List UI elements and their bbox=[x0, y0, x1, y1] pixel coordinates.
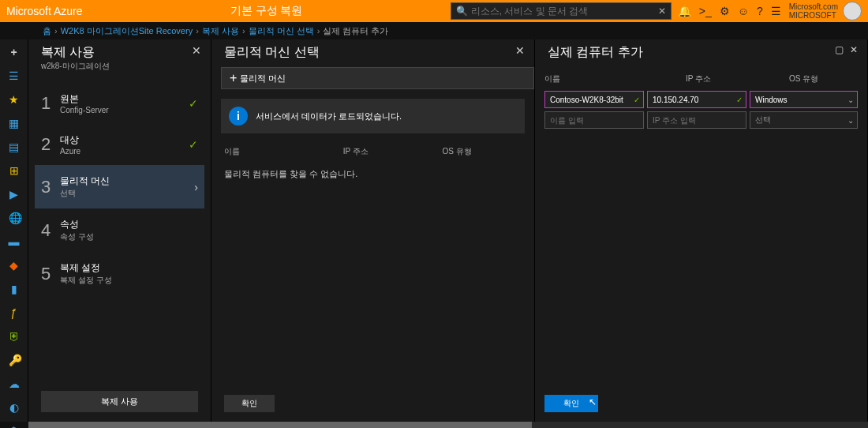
plus-icon: + bbox=[230, 71, 237, 85]
os-dropdown[interactable]: Windows⌄ bbox=[750, 91, 858, 108]
blade3-close-icon[interactable]: ✕ bbox=[850, 44, 858, 55]
rail-key-icon[interactable]: 🔑 bbox=[9, 354, 20, 365]
rail-diamond-icon[interactable]: ◆ bbox=[9, 259, 20, 270]
os-dropdown-empty[interactable]: 선택⌄ bbox=[750, 111, 858, 129]
name-input[interactable] bbox=[550, 116, 638, 125]
help-icon[interactable]: ? bbox=[757, 5, 763, 17]
ip-field-empty[interactable] bbox=[647, 111, 746, 129]
crumb-select[interactable]: 물리적 머신 선택 bbox=[249, 25, 314, 37]
blade1-close-icon[interactable]: ✕ bbox=[192, 44, 201, 57]
breadcrumb: 홈› W2K8 마이그레이션Site Recovery› 복제 사용› 물리적 … bbox=[0, 22, 868, 39]
blade2-ok-button[interactable]: 확인 bbox=[224, 395, 275, 412]
step-target[interactable]: 2 대상Azure ✓ bbox=[35, 124, 204, 165]
cloud-shell-icon[interactable]: >_ bbox=[699, 5, 712, 17]
create-resource-icon[interactable]: + bbox=[9, 46, 20, 57]
rail-shield-icon[interactable]: ⛨ bbox=[9, 330, 20, 341]
blade1-sub: w2k8-마이그레이션 bbox=[41, 61, 110, 72]
maximize-icon[interactable]: ▢ bbox=[835, 44, 844, 55]
rail-favorites-icon[interactable]: ★ bbox=[9, 93, 20, 104]
feedback-icon[interactable]: ☺ bbox=[738, 5, 749, 17]
rail-globe-icon[interactable]: 🌐 bbox=[9, 212, 20, 223]
name-field-empty[interactable] bbox=[544, 111, 644, 129]
top-bar: Microsoft Azure 기본 구성 복원 🔍 ✕ 🔔 >_ ⚙ ☺ ? … bbox=[0, 0, 868, 22]
blade-add-computer: 실제 컴퓨터 추가 ▢ ✕ 이름 IP 주소 OS 유형 Contoso-W2K… bbox=[535, 39, 868, 422]
crumb-replicate[interactable]: 복제 사용 bbox=[202, 25, 239, 37]
cursor-icon: ↖ bbox=[589, 396, 597, 407]
horizontal-scrollbar[interactable] bbox=[28, 422, 868, 428]
info-icon: i bbox=[229, 107, 248, 126]
rail-dashboard-icon[interactable]: ▦ bbox=[9, 117, 20, 128]
crumb-home[interactable]: 홈 bbox=[43, 25, 51, 37]
check-icon: ✓ bbox=[634, 96, 640, 104]
empty-message: 물리적 컴퓨터를 찾을 수 없습니다. bbox=[211, 162, 534, 186]
blade2-close-icon[interactable]: ✕ bbox=[515, 44, 525, 57]
check-icon: ✓ bbox=[736, 96, 743, 104]
search-box[interactable]: 🔍 ✕ bbox=[451, 2, 672, 20]
clear-search-icon[interactable]: ✕ bbox=[658, 6, 666, 17]
rail-list-icon[interactable]: ☰ bbox=[9, 69, 20, 81]
rail-apps-icon[interactable]: ⊞ bbox=[9, 164, 20, 175]
blade-select-machine: 물리적 머신 선택 ✕ + 물리적 머신 i 서비스에서 데이터가 로드되었습니… bbox=[211, 39, 535, 422]
scrollbar-thumb[interactable] bbox=[28, 422, 532, 428]
step-physical[interactable]: 3 물리적 머신선택 › bbox=[35, 165, 204, 208]
avatar[interactable] bbox=[843, 2, 862, 21]
ip-field[interactable]: 10.150.24.70✓ bbox=[647, 91, 746, 108]
check-icon: ✓ bbox=[189, 97, 198, 110]
blade3-title: 실제 컴퓨터 추가 bbox=[548, 44, 643, 61]
machine-table-header: 이름 IP 주소 OS 유형 bbox=[211, 133, 534, 162]
enable-replication-button[interactable]: 복제 사용 bbox=[41, 391, 198, 412]
info-box: i 서비스에서 데이터가 로드되었습니다. bbox=[221, 99, 525, 133]
user-name: Microsoft.com bbox=[789, 2, 838, 11]
chevron-right-icon: › bbox=[194, 181, 198, 193]
rail-storage-icon[interactable]: ▬ bbox=[9, 235, 20, 246]
rail-cloud-icon[interactable]: ☁ bbox=[9, 377, 20, 389]
search-input[interactable] bbox=[471, 6, 658, 17]
crumb-recovery[interactable]: W2K8 마이그레이션Site Recovery bbox=[61, 25, 193, 37]
crumb-add: 실제 컴퓨터 추가 bbox=[323, 25, 388, 37]
notifications-icon[interactable]: 🔔 bbox=[678, 5, 691, 17]
step-properties[interactable]: 4 속성속성 구성 bbox=[35, 208, 204, 252]
form-row-empty: 선택⌄ bbox=[535, 110, 867, 130]
user-area[interactable]: Microsoft.com MICROSOFT bbox=[789, 2, 862, 21]
blade-replicate: 복제 사용 w2k8-마이그레이션 ✕ 1 원본Config-Server ✓ … bbox=[28, 39, 211, 422]
info-message: 서비스에서 데이터가 로드되었습니다. bbox=[256, 111, 402, 122]
name-field[interactable]: Contoso-W2K8-32bit✓ bbox=[544, 91, 644, 108]
chevron-down-icon: ⌄ bbox=[847, 116, 854, 125]
top-toolbar: 🔔 >_ ⚙ ☺ ? ☰ bbox=[678, 5, 781, 17]
form-row-filled: Contoso-W2K8-32bit✓ 10.150.24.70✓ Window… bbox=[535, 89, 867, 110]
rail-resources-icon[interactable]: ▤ bbox=[9, 141, 20, 152]
chevron-down-icon: ⌄ bbox=[847, 96, 854, 104]
left-rail: + ☰ ★ ▦ ▤ ⊞ ▶ 🌐 ▬ ◆ ▮ ƒ ⛨ 🔑 ☁ ◐ $ bbox=[0, 39, 28, 422]
step-replication-settings[interactable]: 5 복제 설정복제 설정 구성 bbox=[35, 252, 204, 295]
form-headers: 이름 IP 주소 OS 유형 bbox=[535, 64, 867, 89]
add-physical-machine-button[interactable]: + 물리적 머신 bbox=[221, 67, 534, 89]
rail-func-icon[interactable]: ƒ bbox=[9, 306, 20, 317]
brand-label: Microsoft Azure bbox=[6, 5, 82, 17]
top-center-label[interactable]: 기본 구성 복원 bbox=[82, 4, 450, 18]
blade2-title: 물리적 머신 선택 bbox=[224, 44, 320, 61]
step-source[interactable]: 1 원본Config-Server ✓ bbox=[35, 83, 204, 124]
confirm-button[interactable]: 확인 ↖ bbox=[544, 395, 598, 412]
check-icon: ✓ bbox=[189, 138, 198, 151]
directory-icon[interactable]: ☰ bbox=[771, 5, 781, 17]
settings-icon[interactable]: ⚙ bbox=[720, 5, 730, 17]
blade1-title: 복제 사용 bbox=[41, 44, 110, 61]
rail-monitor-icon[interactable]: ◐ bbox=[9, 401, 20, 412]
user-org: MICROSOFT bbox=[789, 11, 838, 20]
rail-db-icon[interactable]: ▮ bbox=[9, 283, 20, 294]
search-icon: 🔍 bbox=[456, 6, 468, 17]
rail-compute-icon[interactable]: ▶ bbox=[9, 188, 20, 199]
rail-cost-icon[interactable]: $ bbox=[9, 425, 20, 428]
ip-input[interactable] bbox=[653, 116, 741, 125]
